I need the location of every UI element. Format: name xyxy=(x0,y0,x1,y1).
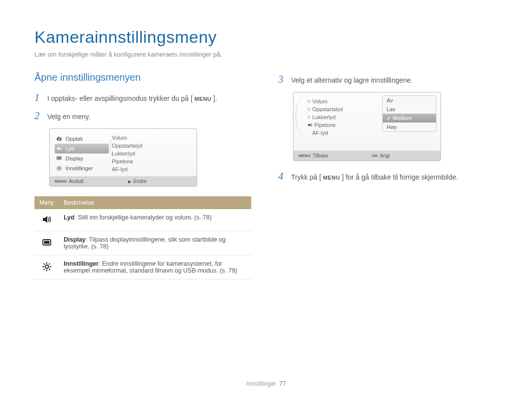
svg-rect-1 xyxy=(58,137,60,138)
row-title: Lyd xyxy=(64,214,74,221)
camera-icon xyxy=(56,135,63,142)
svg-rect-4 xyxy=(58,157,61,159)
section-heading: Åpne innstillingsmenyen xyxy=(34,72,254,83)
option-medium: ✔Medium xyxy=(383,114,436,123)
menu-item-innstillinger: Innstillinger xyxy=(55,163,109,173)
menu-description-table: Meny Beskrivelse Lyd: Still inn forskjel… xyxy=(34,196,251,279)
step-1-text-before: I opptaks- eller avspillingsmodus trykke… xyxy=(47,94,193,102)
sound-icon xyxy=(56,145,63,152)
option-av: Av xyxy=(383,96,436,105)
svg-line-10 xyxy=(57,166,58,167)
svg-point-2 xyxy=(58,138,60,140)
gear-icon xyxy=(56,165,63,172)
option-hoy: Høy xyxy=(383,123,436,131)
row-desc: : Tilpass displayinnstillingene, slik so… xyxy=(64,236,226,250)
row-title: Display xyxy=(64,236,85,243)
footer-section: Innstillinger xyxy=(246,380,276,387)
submenu-item: AF-lyd xyxy=(112,165,192,173)
footer-left-label: Tilbake xyxy=(313,153,329,158)
table-header-meny: Meny xyxy=(34,196,59,209)
step-2: 2 Velg en meny. xyxy=(34,110,254,122)
step-number: 4 xyxy=(278,171,286,182)
svg-line-21 xyxy=(43,264,44,265)
step-1: 1 I opptaks- eller avspillingsmodus tryk… xyxy=(34,92,254,103)
table-header-beskrivelse: Beskrivelse xyxy=(59,196,251,209)
row-title: Innstillinger xyxy=(64,260,99,267)
step-4-text-before: Trykk på [ xyxy=(291,173,321,181)
divider-curve xyxy=(296,96,315,136)
svg-point-16 xyxy=(45,265,48,269)
row-desc: : Still inn forskjellige kameralyder og … xyxy=(74,214,212,221)
menu-badge-icon: MENU xyxy=(55,179,67,184)
divider-curve xyxy=(110,133,130,161)
footer-left: MENU Avslutt xyxy=(50,177,123,186)
camera-menu-screenshot-1: Opptak Lyd Display xyxy=(49,128,197,186)
svg-point-5 xyxy=(58,167,61,170)
ok-badge-icon: OK xyxy=(372,154,378,158)
step-4-text-after: ] for å gå tilbake til forrige skjermbil… xyxy=(342,173,458,181)
step-1-text-after: ]. xyxy=(213,94,217,102)
menu-badge-icon: MENU xyxy=(299,154,311,158)
options-panel: Av Lav ✔Medium Høy xyxy=(382,95,436,132)
menu-item-opptak: Opptak xyxy=(55,134,109,144)
svg-line-22 xyxy=(49,269,50,270)
footer-left: MENU Tilbake xyxy=(294,151,367,160)
gear-icon xyxy=(41,261,52,272)
svg-rect-15 xyxy=(44,241,49,244)
menu-item-label: Opptak xyxy=(66,136,83,142)
check-icon: ✔ xyxy=(387,116,391,121)
camera-menu-screenshot-2: Volum Oppstartslyd Lukkerlyd Pipetone AF… xyxy=(293,92,441,161)
step-3-text: Velg et alternativ og lagre innstillinge… xyxy=(291,76,413,84)
svg-line-12 xyxy=(57,170,58,170)
footer-right-label: Endre xyxy=(133,179,147,184)
display-icon xyxy=(41,237,52,248)
menu-item-label: Lyd xyxy=(66,146,74,152)
step-number: 2 xyxy=(34,110,42,122)
svg-line-24 xyxy=(49,264,50,265)
page-subtitle: Lær om forskjellige måter å konfigurere … xyxy=(34,51,498,58)
step-number: 1 xyxy=(34,92,42,103)
display-icon xyxy=(56,155,63,162)
step-number: 3 xyxy=(278,74,286,85)
option-lav: Lav xyxy=(383,105,436,114)
footer-right-label: Angi xyxy=(380,153,390,158)
step-3: 3 Velg et alternativ og lagre innstillin… xyxy=(278,74,498,85)
step-2-text: Velg en meny. xyxy=(47,113,91,121)
page-number: 77 xyxy=(279,380,286,387)
footer-left-label: Avslutt xyxy=(69,179,84,184)
menu-item-label: Display xyxy=(66,155,83,161)
menu-item-label: Innstillinger xyxy=(66,165,93,171)
menu-item-lyd: Lyd xyxy=(55,144,109,154)
svg-line-11 xyxy=(61,170,61,170)
step-4: 4 Trykk på [ MENU ] for å gå tilbake til… xyxy=(278,171,498,182)
svg-line-23 xyxy=(43,269,44,270)
menu-button-label: MENU xyxy=(323,175,340,181)
menu-item-display: Display xyxy=(55,154,109,163)
table-row: Innstillinger: Endre innstillingene for … xyxy=(34,255,251,279)
footer-right: ▶ Endre xyxy=(123,177,197,186)
table-row: Lyd: Still inn forskjellige kameralyder … xyxy=(34,209,251,231)
sound-icon xyxy=(41,214,52,225)
footer-right: OK Angi xyxy=(367,151,440,160)
page-title: Kamerainnstillingsmeny xyxy=(34,28,498,47)
table-row: Display: Tilpass displayinnstillingene, … xyxy=(34,231,251,255)
menu-button-label: MENU xyxy=(195,96,211,102)
svg-line-13 xyxy=(61,166,61,167)
page-footer: Innstillinger 77 xyxy=(0,380,532,387)
play-icon: ▶ xyxy=(128,179,132,184)
